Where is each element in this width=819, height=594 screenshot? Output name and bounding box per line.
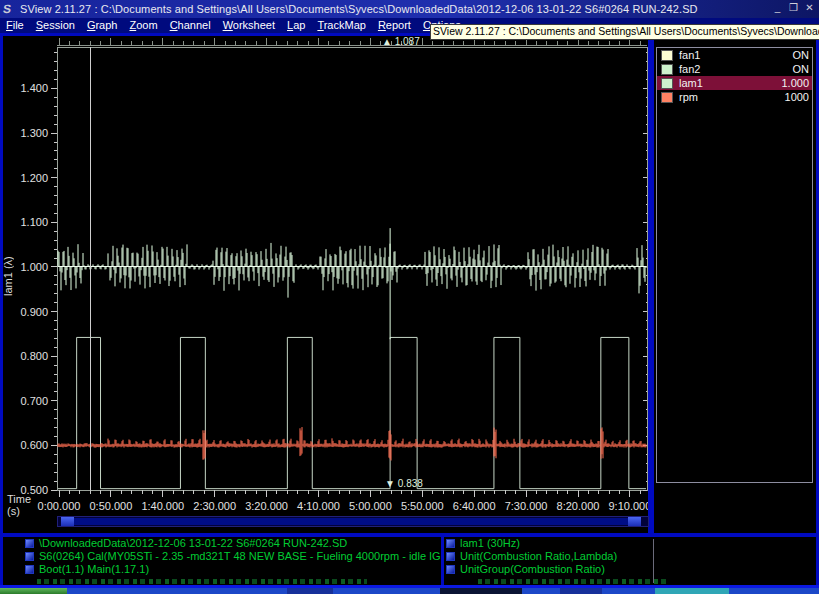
application-window: S SView 2.11.27 : C:\Documents and Setti… [0, 0, 819, 594]
status-line: S6(0264) Cal(MY05STi - 2.35 -md321T 48 N… [3, 550, 441, 563]
time-tick-label: 9:10.000 [608, 500, 648, 512]
status-bullet-icon [446, 552, 455, 561]
status-line: \DownloadedData\2012-12-06 13-01-22 S6#0… [3, 537, 441, 550]
scrollbar-range [62, 518, 630, 525]
time-tick-label: 0:50.000 [89, 500, 132, 512]
y-tick-label: 0.900 [20, 306, 48, 318]
time-tick-label: 3:20.000 [245, 500, 288, 512]
time-tick-label: 0:00.000 [38, 500, 81, 512]
close-button[interactable]: ✕ [804, 1, 815, 15]
status-line: UnitGroup(Combustion Ratio) [444, 563, 816, 576]
menu-item-lap[interactable]: Lap [281, 18, 311, 33]
channel-name: rpm [679, 91, 785, 103]
status-bullet-icon [446, 565, 455, 574]
channel-legend-panel: fan1ONfan2ONlam11.000rpm1000 [654, 36, 816, 533]
minimize-button[interactable]: _ [772, 1, 783, 15]
channel-name: fan2 [679, 63, 793, 75]
status-bullet-icon [446, 539, 455, 548]
channel-color-swatch [661, 78, 673, 89]
y-tick-label: 1.400 [20, 82, 48, 94]
channel-name: lam1 [679, 77, 781, 89]
channel-info-panel: lam1 (30Hz)Unit(Combustion Ratio,Lambda)… [444, 537, 816, 585]
scrollbar-left-handle[interactable] [61, 517, 74, 526]
menu-item-trackmap[interactable]: TrackMap [311, 18, 372, 33]
channel-color-swatch [661, 50, 673, 61]
channel-value: 1000 [785, 91, 809, 103]
status-line: lam1 (30Hz) [444, 537, 816, 550]
start-button[interactable] [0, 588, 67, 594]
menu-item-session[interactable]: Session [30, 18, 81, 33]
y-axis-title: lam1 (λ) [2, 221, 16, 331]
taskbar-item[interactable] [655, 588, 729, 594]
time-tick-label: 7:30.000 [505, 500, 548, 512]
taskbar-item[interactable] [440, 588, 522, 594]
sview-logo-icon: S [2, 0, 18, 18]
channel-value: ON [793, 63, 810, 75]
y-tick-label: 1.100 [20, 216, 48, 228]
time-tick-label: 1:40.000 [141, 500, 184, 512]
path-tooltip: SView 2.11.27 : C:\Documents and Setting… [430, 24, 819, 40]
graph-panel: 1.4001.3001.2001.1001.0000.9000.8000.700… [3, 36, 648, 533]
channel-color-swatch [661, 92, 673, 103]
status-line: Unit(Combustion Ratio,Lambda) [444, 550, 816, 563]
y-tick-label: 0.600 [20, 439, 48, 451]
channel-row-lam1[interactable]: lam11.000 [657, 76, 812, 90]
time-tick-label: 5:00.000 [349, 500, 392, 512]
channel-name: fan1 [679, 49, 793, 61]
window-title: SView 2.11.27 : C:\Documents and Setting… [20, 3, 698, 15]
restore-button[interactable]: ❐ [788, 1, 799, 15]
channel-value: ON [793, 49, 810, 61]
taskbar-item[interactable] [560, 588, 602, 594]
time-tick-label: 4:10.000 [297, 500, 340, 512]
y-tick-label: 0.800 [20, 350, 48, 362]
menu-item-file[interactable]: File [0, 18, 30, 33]
window-controls: _ ❐ ✕ [772, 1, 815, 15]
panel-divider [653, 539, 654, 583]
y-tick-label: 0.700 [20, 395, 48, 407]
lambda-time-chart[interactable]: 1.4001.3001.2001.1001.0000.9000.8000.700… [3, 36, 648, 533]
time-tick-label: 6:40.000 [453, 500, 496, 512]
menu-item-worksheet[interactable]: Worksheet [217, 18, 281, 33]
time-tick-label: 8:20.000 [557, 500, 600, 512]
min-value-marker: ▼ 0.838 [385, 478, 423, 489]
time-tick-label: 2:30.000 [193, 500, 236, 512]
channel-list: fan1ONfan2ONlam11.000rpm1000 [656, 47, 813, 483]
menu-item-report[interactable]: Report [372, 18, 417, 33]
y-tick-label: 1.300 [20, 127, 48, 139]
taskbar-sliver [0, 588, 819, 594]
channel-color-swatch [661, 64, 673, 75]
time-axis-ticks [59, 490, 640, 497]
menu-item-zoom[interactable]: Zoom [123, 18, 163, 33]
status-line: Boot(1.1) Main(1.17.1) [3, 563, 441, 576]
menu-item-channel[interactable]: Channel [164, 18, 217, 33]
channel-row-fan2[interactable]: fan2ON [657, 62, 812, 76]
status-line-clipped [478, 579, 668, 584]
status-bullet-icon [25, 552, 34, 561]
status-bullet-icon [25, 539, 34, 548]
taskbar-item[interactable] [287, 588, 333, 594]
channel-row-rpm[interactable]: rpm1000 [657, 90, 812, 104]
status-bullet-icon [25, 565, 34, 574]
time-axis-label: Time (s) [7, 493, 31, 517]
status-line-clipped [37, 579, 367, 584]
max-value-marker: ▲ 1.087 [382, 36, 420, 47]
y-tick-label: 1.000 [20, 261, 48, 273]
session-info-panel: \DownloadedData\2012-12-06 13-01-22 S6#0… [3, 537, 441, 585]
menu-item-graph[interactable]: Graph [81, 18, 124, 33]
scrollbar-right-handle[interactable] [628, 517, 641, 526]
channel-row-fan1[interactable]: fan1ON [657, 48, 812, 62]
y-tick-label: 1.200 [20, 172, 48, 184]
title-bar: S SView 2.11.27 : C:\Documents and Setti… [0, 0, 819, 18]
time-scrollbar[interactable] [57, 516, 649, 527]
channel-value: 1.000 [781, 77, 809, 89]
time-tick-label: 5:50.000 [401, 500, 444, 512]
